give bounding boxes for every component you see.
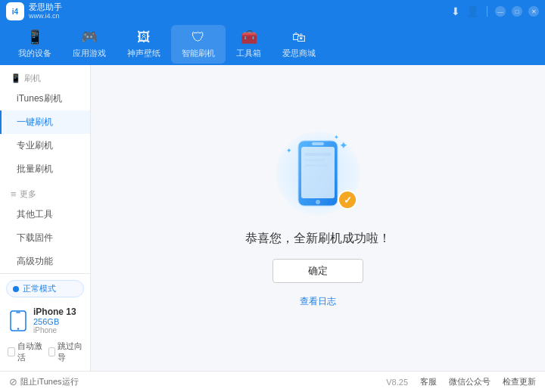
nav-item-toolbox[interactable]: 🧰 工具箱 bbox=[226, 24, 272, 64]
device-icon: 📱 bbox=[26, 29, 43, 45]
more-icon: ≡ bbox=[11, 188, 17, 200]
device-options: 自动激活 跳过向导 bbox=[6, 338, 84, 366]
svg-point-2 bbox=[17, 328, 19, 329]
device-info: iPhone 13 256GB iPhone bbox=[6, 303, 84, 338]
sidebar: 📱 刷机 iTunes刷机 一键刷机 专业刷机 批量刷机 ≡ 更多 其他工具 下… bbox=[0, 65, 91, 371]
svg-rect-9 bbox=[304, 164, 329, 166]
sparkle-icon-3: ✦ bbox=[286, 147, 292, 154]
toolbox-icon: 🧰 bbox=[241, 29, 257, 45]
device-type: iPhone bbox=[33, 326, 83, 334]
device-phone-icon bbox=[8, 310, 29, 331]
device-name: iPhone 13 bbox=[33, 306, 83, 317]
sidebar-item-one-key-flash[interactable]: 一键刷机 bbox=[0, 110, 90, 134]
nav-bar: 📱 我的设备 🎮 应用游戏 🖼 神声壁纸 🛡 智能刷机 🧰 工具箱 🛍 爱思商城 bbox=[0, 23, 545, 65]
phone-illustration: ✦ ✦ ✦ bbox=[272, 128, 363, 219]
wechat-link[interactable]: 微信公众号 bbox=[449, 376, 490, 387]
close-button[interactable]: ✕ bbox=[528, 6, 539, 17]
user-icon[interactable]: 👤 bbox=[466, 5, 479, 17]
sidebar-section-flash: 📱 刷机 bbox=[0, 65, 90, 87]
success-card: ✦ ✦ ✦ bbox=[245, 128, 391, 308]
nav-label-my-device: 我的设备 bbox=[18, 48, 51, 59]
sidebar-item-pro-flash[interactable]: 专业刷机 bbox=[0, 134, 90, 157]
nav-label-wallpaper: 神声壁纸 bbox=[127, 48, 160, 59]
svg-rect-8 bbox=[304, 159, 325, 161]
shop-icon: 🛍 bbox=[292, 30, 306, 45]
device-details: iPhone 13 256GB iPhone bbox=[33, 306, 83, 334]
svg-point-6 bbox=[316, 200, 320, 204]
skip-guide-option[interactable]: 跳过向导 bbox=[48, 341, 83, 363]
stop-itunes-button[interactable]: ⊘ 阻止iTunes运行 bbox=[9, 376, 79, 387]
svg-rect-0 bbox=[11, 311, 26, 331]
check-badge bbox=[338, 190, 357, 210]
phone-small-icon: 📱 bbox=[11, 73, 21, 83]
sidebar-item-batch-flash[interactable]: 批量刷机 bbox=[0, 157, 90, 181]
svg-rect-5 bbox=[312, 142, 324, 145]
logo-text: 爱思助手 www.i4.cn bbox=[29, 2, 62, 20]
title-bar: i4 爱思助手 www.i4.cn ⬇ 👤 — □ ✕ bbox=[0, 0, 545, 23]
nav-item-wallpaper[interactable]: 🖼 神声壁纸 bbox=[117, 25, 171, 64]
content-area: ✦ ✦ ✦ bbox=[91, 65, 545, 371]
support-link[interactable]: 客服 bbox=[420, 376, 437, 387]
view-log-link[interactable]: 查看日志 bbox=[300, 295, 336, 308]
nav-item-apps[interactable]: 🎮 应用游戏 bbox=[62, 24, 117, 64]
main-layout: 📱 刷机 iTunes刷机 一键刷机 专业刷机 批量刷机 ≡ 更多 其他工具 下… bbox=[0, 65, 545, 371]
sidebar-item-advanced[interactable]: 高级功能 bbox=[0, 250, 90, 273]
logo-icon: i4 bbox=[6, 2, 24, 20]
download-icon[interactable]: ⬇ bbox=[451, 5, 460, 17]
footer: ⊘ 阻止iTunes运行 V8.25 客服 微信公众号 检查更新 bbox=[0, 371, 545, 392]
device-mode-indicator[interactable]: 正常模式 bbox=[6, 280, 84, 297]
nav-label-apps: 应用游戏 bbox=[73, 48, 106, 59]
title-bar-controls: ⬇ 👤 — □ ✕ bbox=[451, 5, 539, 17]
confirm-button[interactable]: 确定 bbox=[272, 259, 363, 283]
auto-activate-option[interactable]: 自动激活 bbox=[8, 341, 42, 363]
nav-label-shop: 爱思商城 bbox=[282, 48, 316, 59]
footer-right: V8.25 客服 微信公众号 检查更新 bbox=[386, 376, 536, 387]
success-title: 恭喜您，全新刷机成功啦！ bbox=[245, 231, 391, 247]
nav-label-toolbox: 工具箱 bbox=[236, 48, 261, 59]
app-logo: i4 爱思助手 www.i4.cn bbox=[6, 2, 62, 20]
svg-rect-7 bbox=[304, 153, 332, 156]
version-text: V8.25 bbox=[386, 378, 408, 387]
auto-activate-checkbox[interactable] bbox=[8, 347, 15, 356]
sidebar-item-download-firmware[interactable]: 下载固件 bbox=[0, 226, 90, 250]
maximize-button[interactable]: □ bbox=[512, 6, 522, 17]
device-storage: 256GB bbox=[33, 317, 83, 326]
smart-flash-icon: 🛡 bbox=[192, 30, 205, 45]
nav-item-smart-flash[interactable]: 🛡 智能刷机 bbox=[171, 25, 226, 64]
sidebar-item-itunes-flash[interactable]: iTunes刷机 bbox=[0, 87, 90, 110]
mode-dot bbox=[13, 286, 19, 292]
check-update-link[interactable]: 检查更新 bbox=[503, 376, 536, 387]
nav-item-shop[interactable]: 🛍 爱思商城 bbox=[272, 25, 326, 64]
phone-svg bbox=[295, 139, 341, 207]
mode-text: 正常模式 bbox=[23, 283, 56, 294]
minimize-button[interactable]: — bbox=[495, 6, 506, 17]
sidebar-item-other-tools[interactable]: 其他工具 bbox=[0, 203, 90, 226]
skip-guide-checkbox[interactable] bbox=[48, 347, 56, 356]
nav-label-smart-flash: 智能刷机 bbox=[182, 48, 215, 59]
wallpaper-icon: 🖼 bbox=[137, 30, 151, 45]
apps-icon: 🎮 bbox=[81, 29, 98, 45]
stop-icon: ⊘ bbox=[9, 376, 17, 387]
device-panel: 正常模式 iPhone 13 256GB iPhone bbox=[0, 273, 90, 372]
sidebar-section-more: ≡ 更多 bbox=[0, 181, 90, 203]
nav-item-my-device[interactable]: 📱 我的设备 bbox=[8, 24, 62, 64]
